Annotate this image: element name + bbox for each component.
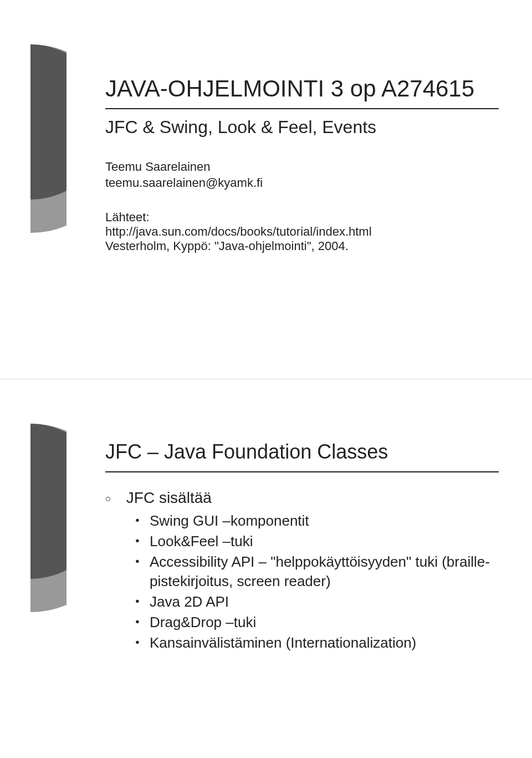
slide-2: JFC – Java Foundation Classes JFC sisält…	[0, 379, 532, 759]
sources-label: Lähteet:	[105, 210, 499, 225]
inner-list: Swing GUI –komponentit Look&Feel –tuki A…	[135, 511, 499, 653]
source-link: http://java.sun.com/docs/books/tutorial/…	[105, 225, 499, 239]
list-item: JFC sisältää Swing GUI –komponentit Look…	[105, 489, 499, 653]
slide-1: JAVA-OHJELMOINTI 3 op A274615 JFC & Swin…	[0, 0, 532, 379]
list-item: Look&Feel –tuki	[135, 532, 499, 551]
slide-subtitle: JFC & Swing, Look & Feel, Events	[105, 117, 499, 138]
list-item: Drag&Drop –tuki	[135, 613, 499, 632]
decorative-arcs-icon	[0, 424, 66, 612]
slide-content: JFC – Java Foundation Classes JFC sisält…	[105, 379, 499, 653]
list-item: Java 2D API	[135, 592, 499, 612]
list-item: Swing GUI –komponentit	[135, 511, 499, 531]
slide-content: JAVA-OHJELMOINTI 3 op A274615 JFC & Swin…	[105, 0, 499, 253]
source-book: Vesterholm, Kyppö: "Java-ohjelmointi", 2…	[105, 239, 499, 253]
decorative-arcs-icon	[0, 44, 66, 233]
list-item: Accessibility API – "helppokäyttöisyyden…	[135, 552, 499, 591]
outer-list: JFC sisältää Swing GUI –komponentit Look…	[105, 489, 499, 653]
slide-title: JAVA-OHJELMOINTI 3 op A274615	[105, 75, 499, 103]
slide-heading: JFC – Java Foundation Classes	[105, 440, 499, 464]
heading-rule	[105, 471, 499, 472]
list-title: JFC sisältää	[126, 489, 212, 506]
title-rule	[105, 108, 499, 109]
list-item: Kansainvälistäminen (Internationalizatio…	[135, 633, 499, 653]
author-name: Teemu Saarelainen	[105, 160, 499, 174]
author-email: teemu.saarelainen@kyamk.fi	[105, 176, 499, 190]
